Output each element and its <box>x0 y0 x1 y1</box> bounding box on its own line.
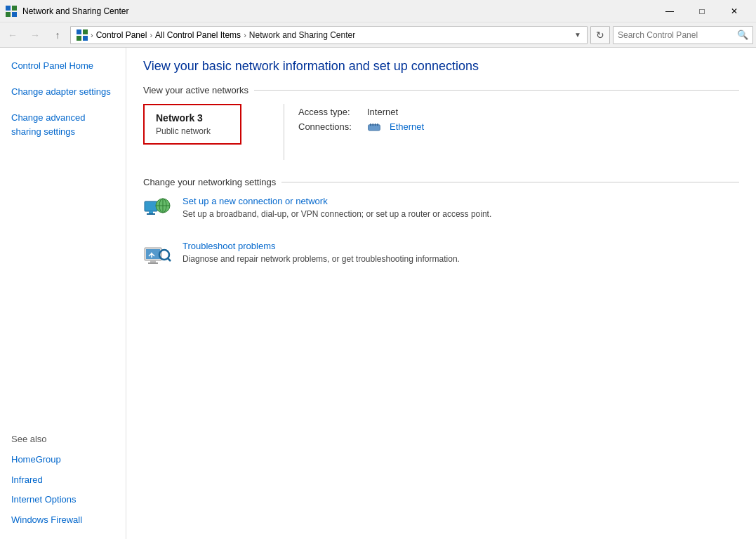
svg-rect-15 <box>147 213 155 215</box>
sidebar-link-advanced[interactable]: Change advanced sharing settings <box>0 108 126 143</box>
svg-rect-10 <box>373 124 374 126</box>
crumb-separator-2: › <box>150 31 152 39</box>
active-networks-label: View your active networks <box>143 85 739 95</box>
troubleshoot-icon <box>143 241 171 269</box>
breadcrumb-1[interactable]: Control Panel <box>96 30 147 40</box>
svg-rect-5 <box>83 29 88 34</box>
network-name: Network 3 <box>156 112 229 124</box>
sidebar: Control Panel Home Change adapter settin… <box>0 48 126 539</box>
svg-rect-23 <box>148 262 158 264</box>
setup-icon <box>143 196 171 224</box>
svg-rect-1 <box>12 6 17 11</box>
troubleshoot-text: Troubleshoot problems Diagnose and repai… <box>183 241 460 264</box>
back-button[interactable]: ← <box>3 25 22 45</box>
sidebar-link-home[interactable]: Control Panel Home <box>0 56 126 76</box>
setup-desc: Set up a broadband, dial-up, or VPN conn… <box>183 209 491 219</box>
svg-rect-11 <box>375 124 376 126</box>
svg-rect-0 <box>6 6 11 11</box>
change-settings-label: Change your networking settings <box>143 177 739 187</box>
settings-section: Change your networking settings <box>143 177 739 269</box>
troubleshoot-link[interactable]: Troubleshoot problems <box>183 241 460 251</box>
window-title: Network and Sharing Center <box>22 6 128 16</box>
network-box: Network 3 Public network <box>143 104 241 145</box>
svg-rect-3 <box>12 12 17 17</box>
crumb-separator-3: › <box>244 31 246 39</box>
svg-rect-12 <box>377 124 378 126</box>
see-also-label: See also <box>0 428 126 450</box>
connections-label: Connections: <box>298 121 362 132</box>
svg-rect-14 <box>149 211 153 213</box>
refresh-button[interactable]: ↻ <box>590 26 610 44</box>
svg-rect-2 <box>6 12 11 17</box>
sidebar-link-homegroup[interactable]: HomeGroup <box>0 450 126 470</box>
svg-rect-4 <box>77 29 81 34</box>
forward-button[interactable]: → <box>25 25 45 45</box>
svg-rect-13 <box>145 201 157 211</box>
network-divider <box>284 104 284 160</box>
setup-link[interactable]: Set up a new connection or network <box>183 196 491 206</box>
sidebar-link-infrared[interactable]: Infrared <box>0 470 126 491</box>
svg-rect-22 <box>150 260 156 262</box>
ethernet-link[interactable]: Ethernet <box>390 121 424 132</box>
up-button[interactable]: ↑ <box>48 25 67 45</box>
search-input[interactable] <box>618 30 734 40</box>
address-app-icon <box>77 29 88 41</box>
connections-row: Connections: Ethernet <box>298 121 424 132</box>
page-title: View your basic network information and … <box>143 59 739 74</box>
minimize-button[interactable]: — <box>654 0 686 22</box>
settings-item-setup: Set up a new connection or network Set u… <box>143 196 739 224</box>
search-box[interactable]: 🔍 <box>613 26 753 44</box>
access-type-label: Access type: <box>298 107 362 117</box>
window-controls: — □ ✕ <box>654 0 750 22</box>
svg-rect-6 <box>77 36 81 41</box>
see-also-links: HomeGroup Infrared Internet Options Wind… <box>0 450 126 531</box>
svg-rect-7 <box>83 36 88 41</box>
setup-text: Set up a new connection or network Set u… <box>183 196 491 219</box>
sidebar-link-adapter[interactable]: Change adapter settings <box>0 82 126 102</box>
content-area: View your basic network information and … <box>126 48 756 539</box>
access-type-value: Internet <box>367 107 398 117</box>
svg-rect-9 <box>370 124 371 126</box>
crumb-separator-1: › <box>91 31 93 39</box>
app-icon <box>6 6 17 17</box>
network-info: Access type: Internet Connections: Ether… <box>298 104 424 132</box>
settings-item-troubleshoot: Troubleshoot problems Diagnose and repai… <box>143 241 739 269</box>
sidebar-link-windows-firewall[interactable]: Windows Firewall <box>0 510 126 531</box>
search-icon: 🔍 <box>737 29 748 40</box>
ethernet-icon <box>367 122 381 132</box>
sidebar-spacer <box>0 142 126 428</box>
svg-line-25 <box>168 258 171 261</box>
troubleshoot-desc: Diagnose and repair network problems, or… <box>183 254 460 264</box>
sidebar-link-internet-options[interactable]: Internet Options <box>0 490 126 510</box>
addressbar: ← → ↑ › Control Panel › All Control Pane… <box>0 22 756 48</box>
close-button[interactable]: ✕ <box>718 0 750 22</box>
address-box[interactable]: › Control Panel › All Control Panel Item… <box>70 26 588 44</box>
breadcrumb-2[interactable]: All Control Panel Items <box>155 30 241 40</box>
network-type: Public network <box>156 126 229 136</box>
maximize-button[interactable]: □ <box>686 0 718 22</box>
access-type-row: Access type: Internet <box>298 107 424 117</box>
address-dropdown-button[interactable]: ▼ <box>574 31 581 39</box>
main-container: Control Panel Home Change adapter settin… <box>0 48 756 539</box>
breadcrumb-3: Network and Sharing Center <box>249 30 355 40</box>
titlebar: Network and Sharing Center — □ ✕ <box>0 0 756 22</box>
active-networks: Network 3 Public network Access type: In… <box>143 104 739 160</box>
